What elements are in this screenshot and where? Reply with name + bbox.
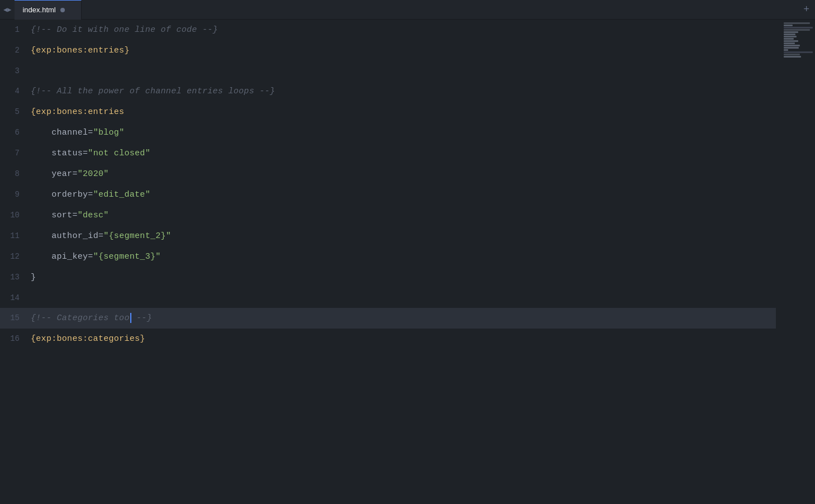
code-line-16: 16 {exp:bones:categories} — [0, 329, 776, 349]
code-line-8: 8 year="2020" — [0, 164, 776, 184]
editor-container: 1 {!-- Do it with one line of code --} 2… — [0, 20, 815, 504]
line-content-6: channel="blog" — [31, 123, 776, 143]
minimap-line-12 — [784, 47, 799, 49]
line-number-5: 5 — [0, 102, 31, 122]
line-number-11: 11 — [0, 226, 31, 246]
line-content-11: author_id="{segment_2}" — [31, 226, 776, 246]
line-number-15: 15 — [0, 308, 31, 328]
tab-nav-arrows[interactable]: ◀ ▶ — [0, 0, 15, 20]
line-number-12: 12 — [0, 246, 31, 267]
code-line-12: 12 api_key="{segment_3}" — [0, 246, 776, 267]
code-line-1: 1 {!-- Do it with one line of code --} — [0, 20, 776, 40]
minimap-line-3 — [784, 27, 813, 28]
line-content-9: orderby="edit_date" — [31, 185, 776, 205]
code-line-7: 7 status="not closed" — [0, 143, 776, 164]
minimap-line-7 — [784, 36, 797, 37]
minimap-line-1 — [784, 22, 810, 24]
line-content-7: status="not closed" — [31, 144, 776, 164]
tab-bar: ◀ ▶ index.html + — [0, 0, 815, 20]
line-content-15: {!-- Categories too --} — [31, 308, 776, 329]
minimap-line-15 — [784, 54, 800, 55]
code-line-10: 10 sort="desc" — [0, 205, 776, 226]
line-number-1: 1 — [0, 20, 31, 40]
line-content-2: {exp:bones:entries} — [31, 41, 776, 61]
line-number-7: 7 — [0, 143, 31, 163]
line-number-3: 3 — [0, 61, 31, 81]
minimap-line-4 — [784, 29, 810, 31]
code-line-15: 15 {!-- Categories too --} — [0, 308, 776, 329]
line-number-8: 8 — [0, 164, 31, 184]
line-number-13: 13 — [0, 267, 31, 287]
line-content-5: {exp:bones:entries — [31, 102, 776, 122]
line-number-9: 9 — [0, 184, 31, 205]
line-number-6: 6 — [0, 122, 31, 142]
minimap-line-6 — [784, 34, 795, 35]
line-number-14: 14 — [0, 288, 31, 308]
minimap[interactable] — [781, 20, 815, 504]
minimap-content — [781, 20, 815, 60]
minimap-line-14 — [784, 51, 813, 53]
code-line-14: 14 — [0, 288, 776, 308]
code-line-3: 3 — [0, 61, 776, 81]
line-content-1: {!-- Do it with one line of code --} — [31, 20, 776, 40]
line-content-16: {exp:bones:categories} — [31, 329, 776, 349]
line-content-12: api_key="{segment_3}" — [31, 247, 776, 267]
minimap-line-9 — [784, 40, 798, 42]
line-number-4: 4 — [0, 81, 31, 101]
nav-forward-icon[interactable]: ▶ — [7, 6, 11, 14]
code-line-5: 5 {exp:bones:entries — [0, 102, 776, 122]
nav-back-icon[interactable]: ◀ — [3, 6, 7, 14]
line-content-4: {!-- All the power of channel entries lo… — [31, 82, 776, 102]
line-content-8: year="2020" — [31, 164, 776, 184]
tab-filename: index.html — [22, 6, 55, 14]
line-content-10: sort="desc" — [31, 206, 776, 226]
line-number-10: 10 — [0, 205, 31, 225]
tab-add-button[interactable]: + — [798, 4, 815, 15]
code-line-9: 9 orderby="edit_date" — [0, 184, 776, 205]
minimap-line-13 — [784, 49, 788, 51]
tab-modified-dot — [60, 8, 65, 12]
minimap-line-8 — [784, 38, 794, 40]
code-line-11: 11 author_id="{segment_2}" — [0, 226, 776, 246]
code-area[interactable]: 1 {!-- Do it with one line of code --} 2… — [0, 20, 815, 504]
code-line-6: 6 channel="blog" — [0, 122, 776, 143]
code-line-4: 4 {!-- All the power of channel entries … — [0, 81, 776, 102]
tab-index-html[interactable]: index.html — [15, 0, 82, 20]
minimap-line-2 — [784, 25, 793, 26]
code-line-2: 2 {exp:bones:entries} — [0, 40, 776, 61]
minimap-line-16 — [784, 56, 801, 58]
code-line-13: 13 } — [0, 267, 776, 288]
minimap-line-5 — [784, 31, 798, 33]
line-number-16: 16 — [0, 329, 31, 349]
minimap-line-10 — [784, 42, 795, 44]
line-number-2: 2 — [0, 40, 31, 60]
minimap-line-11 — [784, 45, 800, 46]
line-content-13: } — [31, 268, 776, 288]
